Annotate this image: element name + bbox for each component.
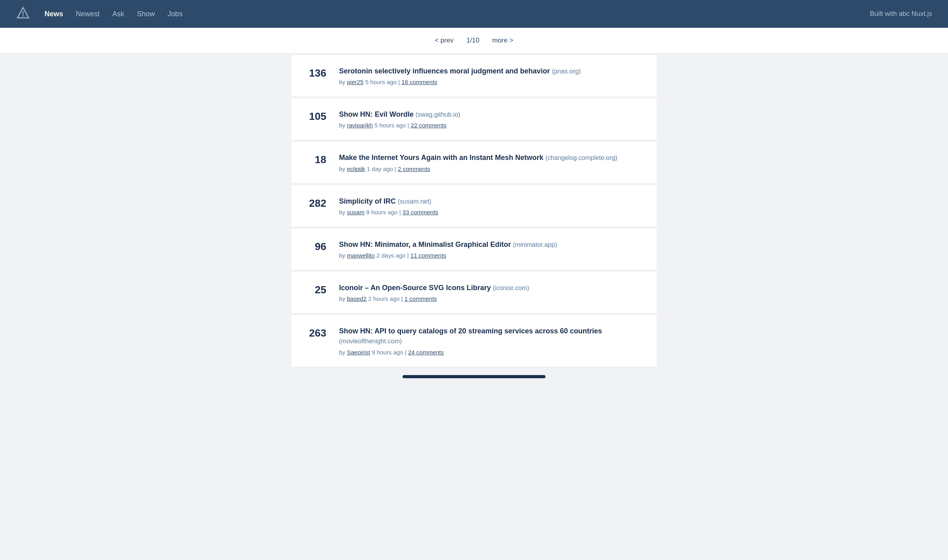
news-score: 96 bbox=[304, 240, 326, 253]
news-domain: (susam.net) bbox=[398, 198, 431, 205]
navbar: News Newest Ask Show Jobs Built with abc… bbox=[0, 0, 948, 28]
news-item: 25 Iconoir – An Open-Source SVG Icons Li… bbox=[291, 272, 657, 314]
news-meta: by ecliptik 1 day ago | 2 comments bbox=[339, 165, 644, 172]
news-author[interactable]: Saepirist bbox=[347, 349, 370, 356]
news-author[interactable]: susam bbox=[347, 209, 364, 216]
news-score: 282 bbox=[304, 196, 326, 210]
news-content: Show HN: API to query catalogs of 20 str… bbox=[339, 326, 644, 355]
news-score: 136 bbox=[304, 66, 326, 79]
prev-button[interactable]: < prev bbox=[435, 37, 454, 44]
news-title: Show HN: Evil Wordle (swag.github.io) bbox=[339, 110, 644, 119]
news-item: 136 Serotonin selectively influences mor… bbox=[291, 55, 657, 97]
news-meta: by pier25 5 hours ago | 16 comments bbox=[339, 79, 644, 85]
news-domain: (changelog.complete.org) bbox=[545, 154, 617, 161]
news-title: Serotonin selectively influences moral j… bbox=[339, 66, 644, 76]
news-title: Show HN: API to query catalogs of 20 str… bbox=[339, 326, 644, 346]
news-score: 263 bbox=[304, 326, 326, 339]
news-title: Make the Internet Yours Again with an In… bbox=[339, 153, 644, 163]
news-domain: (minimator.app) bbox=[513, 241, 557, 248]
news-author[interactable]: maxwellito bbox=[347, 252, 375, 259]
nav-show[interactable]: Show bbox=[137, 10, 155, 18]
pagination-info: 1/10 bbox=[466, 37, 480, 44]
news-item: 282 Simplicity of IRC (susam.net) by sus… bbox=[291, 185, 657, 227]
news-content: Serotonin selectively influences moral j… bbox=[339, 66, 644, 85]
news-comments[interactable]: 1 comments bbox=[405, 295, 437, 302]
news-item: 96 Show HN: Minimator, a Minimalist Grap… bbox=[291, 229, 657, 270]
news-comments[interactable]: 24 comments bbox=[408, 349, 444, 356]
news-score: 25 bbox=[304, 283, 326, 296]
news-author[interactable]: based2 bbox=[347, 295, 366, 302]
news-author[interactable]: pier25 bbox=[347, 79, 364, 85]
news-domain: (pnas.org) bbox=[552, 68, 581, 75]
news-title: Simplicity of IRC (susam.net) bbox=[339, 196, 644, 206]
news-content: Show HN: Evil Wordle (swag.github.io) by… bbox=[339, 110, 644, 129]
news-meta: by Saepirist 9 hours ago | 24 comments bbox=[339, 349, 644, 356]
news-comments[interactable]: 16 comments bbox=[401, 79, 437, 85]
news-domain: (movieofthenight.com) bbox=[339, 338, 402, 344]
news-content: Make the Internet Yours Again with an In… bbox=[339, 153, 644, 172]
news-item: 18 Make the Internet Yours Again with an… bbox=[291, 142, 657, 183]
built-with-label: Built with abc Nuxt.js bbox=[870, 10, 932, 18]
news-author[interactable]: raviparikh bbox=[347, 122, 373, 129]
logo[interactable] bbox=[16, 6, 30, 22]
news-domain: (iconoir.com) bbox=[493, 285, 529, 291]
news-item: 263 Show HN: API to query catalogs of 20… bbox=[291, 315, 657, 367]
svg-point-2 bbox=[23, 15, 24, 17]
news-meta: by raviparikh 5 hours ago | 22 comments bbox=[339, 122, 644, 129]
news-meta: by maxwellito 2 days ago | 11 comments bbox=[339, 252, 644, 259]
news-comments[interactable]: 11 comments bbox=[410, 252, 446, 259]
scroll-indicator bbox=[403, 375, 545, 378]
news-meta: by based2 2 hours ago | 1 comments bbox=[339, 295, 644, 302]
nav-jobs[interactable]: Jobs bbox=[168, 10, 183, 18]
news-author[interactable]: ecliptik bbox=[347, 165, 365, 172]
next-button[interactable]: more > bbox=[492, 37, 513, 44]
news-comments[interactable]: 22 comments bbox=[411, 122, 447, 129]
news-list: 136 Serotonin selectively influences mor… bbox=[283, 55, 665, 367]
news-score: 105 bbox=[304, 110, 326, 123]
nav-news[interactable]: News bbox=[44, 10, 63, 18]
news-title: Iconoir – An Open-Source SVG Icons Libra… bbox=[339, 283, 644, 293]
pagination-bar: < prev 1/10 more > bbox=[0, 28, 948, 54]
news-item: 105 Show HN: Evil Wordle (swag.github.io… bbox=[291, 98, 657, 140]
nav-links: News Newest Ask Show Jobs bbox=[44, 10, 183, 18]
news-meta: by susam 9 hours ago | 33 comments bbox=[339, 209, 644, 216]
news-content: Iconoir – An Open-Source SVG Icons Libra… bbox=[339, 283, 644, 302]
news-content: Show HN: Minimator, a Minimalist Graphic… bbox=[339, 240, 644, 259]
news-comments[interactable]: 33 comments bbox=[403, 209, 438, 216]
navbar-left: News Newest Ask Show Jobs bbox=[16, 6, 183, 22]
news-comments[interactable]: 2 comments bbox=[398, 165, 430, 172]
nav-newest[interactable]: Newest bbox=[76, 10, 100, 18]
news-content: Simplicity of IRC (susam.net) by susam 9… bbox=[339, 196, 644, 216]
nav-ask[interactable]: Ask bbox=[112, 10, 124, 18]
news-score: 18 bbox=[304, 153, 326, 166]
news-domain: (swag.github.io) bbox=[416, 111, 461, 118]
news-title: Show HN: Minimator, a Minimalist Graphic… bbox=[339, 240, 644, 250]
